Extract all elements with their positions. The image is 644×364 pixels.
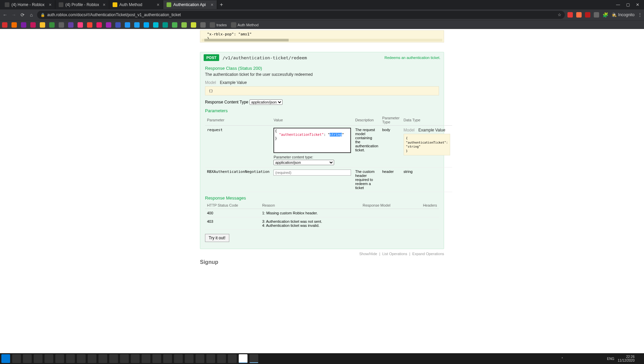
bookmark-auth-method[interactable]: Auth Method [231,22,259,28]
bookmark-icon[interactable] [144,22,149,28]
reason: 3: Authentication ticket was not sent. 4… [260,217,360,230]
bookmark-icon[interactable] [49,22,55,28]
col-parameter-type: Parameter Type [380,115,401,126]
endpoint-header[interactable]: POST /v1/authentication-ticket/redeem Re… [200,52,444,63]
bookmark-icon[interactable] [11,22,17,28]
endpoint-summary: Redeems an authentication ticket. [384,56,440,60]
extension-icon[interactable] [567,12,573,18]
bookmark-icon[interactable] [2,22,7,28]
nav-bar: ← → ⟳ ⌂ 🔒 auth.roblox.com/docs#!/Authent… [0,9,644,20]
menu-icon[interactable]: ⋮ [638,12,642,17]
signup-section-title: Signup [200,259,444,265]
horizontal-scrollbar[interactable] [204,39,289,41]
tab-model[interactable]: Model [205,80,216,85]
show-hide-link[interactable]: Show/Hide [359,252,377,256]
close-icon[interactable]: × [103,2,106,7]
table-row: RBXAuthenticationNegotiation The custom … [205,168,452,192]
parameters-title: Parameters [205,108,439,113]
incognito-icon: 🕵️ [612,12,617,17]
response-class-label: Response Class (Status 200) [205,66,439,71]
minimize-icon[interactable]: — [616,2,620,7]
col-response-model: Response Model [361,202,411,209]
tab-model[interactable]: Model [404,128,415,132]
reload-icon[interactable]: ⟳ [20,12,26,18]
response-messages-table: HTTP Status Code Reason Response Model H… [205,202,439,230]
tab-profile[interactable]: (4) Profile - Roblox× [55,0,109,9]
bookmark-icon[interactable] [181,22,187,28]
incognito-badge: 🕵️ Incognito [612,12,635,17]
col-reason: Reason [260,202,360,209]
extension-icon[interactable] [594,12,599,18]
extension-icon[interactable] [585,12,590,18]
bookmark-icon[interactable] [172,22,177,28]
bookmark-icon[interactable] [59,22,64,28]
bookmark-icon[interactable] [87,22,92,28]
parameters-table: Parameter Value Description Parameter Ty… [205,115,452,192]
bookmark-icon[interactable] [125,22,130,28]
tab-example-value[interactable]: Example Value [220,80,247,85]
extensions-menu-icon[interactable]: 🧩 [603,12,608,18]
home-icon[interactable]: ⌂ [28,12,34,18]
bookmark-icon[interactable] [40,22,45,28]
bookmark-icon[interactable] [68,22,74,28]
param-content-type-select[interactable]: application/json [273,160,334,165]
method-badge: POST [204,54,219,61]
maximize-icon[interactable]: ▢ [626,2,630,7]
col-value: Value [271,115,353,126]
table-row: request { "authenticationTicket": "strin… [205,126,452,168]
page-content: "x-rblx-pop": "ams1" } POST /v1/authenti… [0,29,644,353]
bookmark-icon[interactable] [106,22,111,28]
header-value-input[interactable] [273,170,351,176]
new-tab-button[interactable]: + [217,2,226,8]
param-name: request [205,126,271,168]
expand-operations-link[interactable]: Expand Operations [412,252,444,256]
param-content-type-label: Parameter content type: [273,155,351,159]
reason: 1: Missing custom Roblox header. [260,209,360,217]
bookmark-icon[interactable] [200,22,206,28]
bookmark-icon[interactable] [21,22,26,28]
extension-icon[interactable] [576,12,582,18]
response-content-type-select[interactable]: application/json [250,99,283,105]
param-type: header [380,168,401,192]
bookmark-icon[interactable] [153,22,158,28]
operation-links: Show/Hide | List Operations | Expand Ope… [200,252,444,256]
col-headers: Headers [411,202,439,209]
param-datatype: string [402,168,452,192]
tab-auth-method[interactable]: Auth Method× [109,0,163,9]
param-name: RBXAuthenticationNegotiation [205,168,271,192]
url-bar[interactable]: 🔒 auth.roblox.com/docs#!/AuthenticationT… [37,11,565,19]
star-icon[interactable]: ☆ [558,12,561,17]
tab-authentication-api[interactable]: Authentication Api× [163,0,217,9]
param-type: body [380,126,401,168]
forward-icon[interactable]: → [11,12,17,18]
bookmark-icon[interactable] [134,22,140,28]
bookmark-icon[interactable] [163,22,168,28]
bookmark-icon[interactable] [115,22,121,28]
col-description: Description [353,115,380,126]
table-row: 400 1: Missing custom Roblox header. [205,209,439,217]
close-icon[interactable]: × [49,2,52,7]
tab-bar: (4) Home - Roblox× (4) Profile - Roblox×… [0,0,644,9]
datatype-example[interactable]: { "authenticationTicket": "string" } [404,134,450,155]
bookmark-icon[interactable] [30,22,36,28]
try-it-out-button[interactable]: Try it out! [205,234,229,242]
bookmark-icon[interactable] [96,22,102,28]
previous-code-block: "x-rblx-pop": "ams1" } [200,30,444,42]
tab-example-value[interactable]: Example Value [418,128,445,132]
close-window-icon[interactable]: ✕ [636,2,639,7]
lock-icon: 🔒 [40,13,45,17]
param-description: The request model containing the authent… [353,126,380,168]
bookmark-trades[interactable]: trades [210,22,227,28]
close-icon[interactable]: × [211,2,213,7]
request-body-input[interactable]: { "authenticationTicket": "string" } [273,128,351,153]
response-content-type-label: Response Content Type [205,100,248,104]
bookmark-icon[interactable] [78,22,83,28]
back-icon[interactable]: ← [2,12,8,18]
list-operations-link[interactable]: List Operations [382,252,407,256]
col-status-code: HTTP Status Code [205,202,260,209]
bookmark-icon[interactable] [191,22,196,28]
param-description: The custom header required to redeem a t… [353,168,380,192]
tab-home[interactable]: (4) Home - Roblox× [1,0,55,9]
response-messages-title: Response Messages [205,195,439,201]
close-icon[interactable]: × [157,2,159,7]
